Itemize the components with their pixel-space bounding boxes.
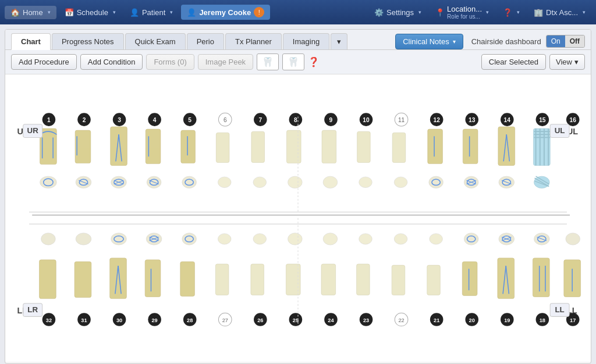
patient-arrow: ▾: [170, 9, 173, 15]
svg-text:21: 21: [434, 317, 439, 323]
svg-text:26: 26: [257, 317, 263, 323]
svg-text:7: 7: [258, 117, 262, 123]
svg-point-80: [429, 176, 444, 188]
svg-rect-136: [498, 258, 515, 299]
add-procedure-button[interactable]: Add Procedure: [11, 54, 77, 70]
nav-patient[interactable]: 👤 Patient ▾: [124, 6, 179, 19]
svg-point-74: [218, 177, 231, 187]
tab-progress-notes[interactable]: Progress Notes: [52, 33, 124, 49]
svg-rect-42: [251, 131, 265, 162]
svg-rect-49: [498, 127, 515, 166]
svg-rect-48: [463, 129, 478, 164]
svg-text:8: 8: [294, 117, 297, 123]
forms-button[interactable]: Forms (0): [146, 54, 194, 70]
svg-text:LL: LL: [555, 305, 564, 314]
svg-point-120: [566, 233, 580, 245]
patient-icon: 👤: [130, 8, 139, 17]
help-arrow: ▾: [517, 9, 520, 15]
tab-more[interactable]: ▾: [331, 33, 347, 49]
svg-point-79: [394, 177, 407, 187]
svg-point-78: [359, 177, 372, 187]
svg-rect-127: [180, 262, 195, 297]
svg-point-102: [182, 233, 197, 245]
settings-arrow: ▾: [418, 9, 421, 15]
svg-point-105: [253, 234, 267, 244]
svg-rect-131: [321, 264, 336, 295]
tab-bar: Chart Progress Notes Quick Exam Perio Tx…: [5, 30, 591, 50]
svg-rect-135: [462, 262, 477, 296]
notification-badge: !: [254, 7, 264, 17]
location-arrow: ▾: [486, 9, 489, 15]
nav-help[interactable]: ❓ ▾: [497, 6, 526, 19]
nav-home[interactable]: 🏠 Home ▾: [5, 6, 56, 19]
company-arrow: ▾: [583, 9, 586, 15]
nav-company[interactable]: 🏢 Dtx Asc... ▾: [528, 6, 591, 19]
nav-location[interactable]: 📍 Location... Role for us... ▾: [430, 2, 495, 22]
svg-point-95: [76, 233, 91, 245]
svg-text:29: 29: [151, 317, 157, 323]
svg-text:UL: UL: [555, 126, 565, 135]
dental-chart: UR UL LR LL 1 2 3 4: [5, 74, 591, 362]
svg-rect-47: [428, 129, 443, 164]
svg-text:4: 4: [153, 117, 157, 123]
upper-tooth-numbers: 1 2 3 4 5 6 7 8 9: [42, 113, 580, 126]
chairside-label: Chairside dashboard: [471, 37, 541, 46]
svg-point-107: [323, 233, 338, 245]
toggle-off[interactable]: Off: [565, 35, 584, 47]
upper-teeth-occlusal: [40, 176, 550, 188]
svg-rect-41: [216, 133, 229, 162]
tab-tx-planner[interactable]: Tx Planner: [225, 33, 282, 49]
svg-rect-132: [357, 264, 370, 295]
svg-point-104: [218, 234, 231, 244]
svg-text:UR: UR: [27, 126, 39, 135]
nav-settings[interactable]: ⚙️ Settings ▾: [368, 6, 427, 19]
lower-tooth-numbers: 32 31 30 29 28 27 26 25 24 23 22 21 20 1…: [42, 313, 580, 326]
clinical-notes-button[interactable]: Clinical Notes ▾: [395, 34, 463, 49]
svg-rect-39: [146, 129, 161, 164]
svg-point-96: [111, 233, 127, 245]
svg-text:2: 2: [83, 117, 86, 123]
svg-rect-36: [111, 127, 127, 166]
tab-chart[interactable]: Chart: [11, 33, 51, 50]
tooth-outline-button[interactable]: 🦷: [282, 53, 304, 70]
svg-rect-123: [110, 258, 127, 299]
svg-text:20: 20: [469, 317, 475, 323]
home-arrow: ▾: [48, 9, 51, 15]
view-arrow-icon: ▾: [574, 58, 579, 66]
svg-text:27: 27: [222, 317, 228, 323]
svg-text:6: 6: [224, 117, 227, 123]
svg-text:10: 10: [363, 117, 370, 123]
nav-patient-name[interactable]: 👤 Jeremy Cooke !: [181, 5, 270, 20]
svg-text:23: 23: [363, 317, 369, 323]
svg-point-76: [288, 176, 303, 188]
toggle-on[interactable]: On: [547, 35, 565, 47]
image-peek-button[interactable]: Image Peek: [198, 54, 253, 70]
chairside-toggle[interactable]: On Off: [546, 35, 585, 48]
content-area: Chart Progress Notes Quick Exam Perio Tx…: [5, 29, 591, 364]
tab-imaging[interactable]: Imaging: [283, 33, 329, 49]
svg-point-94: [41, 233, 56, 245]
svg-point-110: [430, 234, 443, 244]
svg-rect-46: [392, 133, 406, 162]
svg-text:5: 5: [188, 117, 191, 123]
upper-teeth-roots: [40, 127, 551, 166]
svg-rect-126: [145, 260, 161, 297]
svg-text:18: 18: [540, 317, 545, 323]
home-icon: 🏠: [10, 8, 20, 17]
svg-rect-44: [322, 130, 336, 163]
svg-rect-35: [75, 130, 91, 163]
settings-icon: ⚙️: [374, 8, 384, 17]
nav-schedule[interactable]: 📅 Schedule ▾: [59, 6, 122, 19]
toolbar: Add Procedure Add Condition Forms (0) Im…: [5, 50, 591, 74]
tab-perio[interactable]: Perio: [187, 33, 224, 49]
tooth-button[interactable]: 🦷: [257, 53, 279, 70]
clear-selected-button[interactable]: Clear Selected: [481, 54, 546, 70]
add-condition-button[interactable]: Add Condition: [80, 54, 143, 70]
tab-quick-exam[interactable]: Quick Exam: [125, 33, 186, 49]
svg-text:17: 17: [570, 317, 576, 323]
view-button[interactable]: View ▾: [549, 54, 585, 70]
svg-point-75: [253, 177, 267, 187]
svg-rect-134: [427, 265, 441, 295]
help-circle-icon[interactable]: ❓: [308, 56, 320, 67]
svg-rect-133: [392, 265, 405, 295]
